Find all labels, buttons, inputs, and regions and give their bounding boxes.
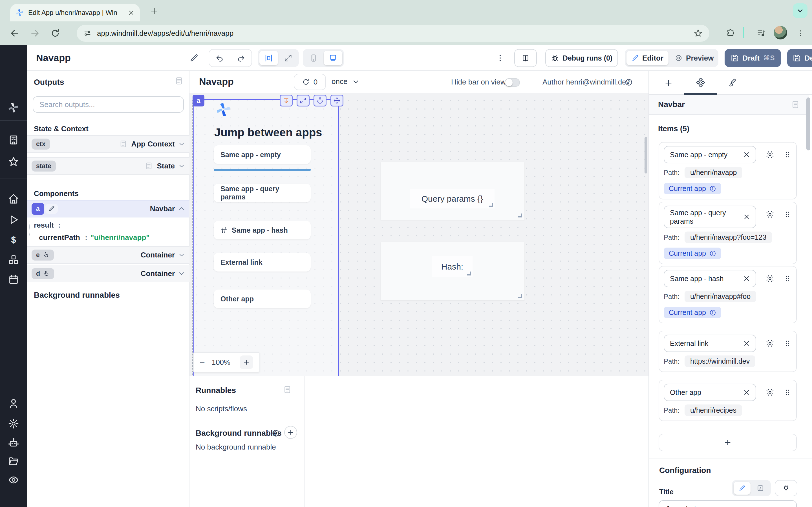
item-label-input[interactable]: Other app bbox=[664, 384, 756, 401]
component-settings-tab-icon[interactable] bbox=[696, 78, 705, 87]
audit-eye-icon[interactable] bbox=[8, 474, 19, 486]
component-d-badge[interactable]: d bbox=[32, 268, 54, 279]
clear-icon[interactable] bbox=[743, 151, 750, 158]
clear-icon[interactable] bbox=[743, 340, 750, 347]
canvas-scrollbar[interactable] bbox=[645, 137, 647, 173]
nav-item-external-link[interactable]: External link bbox=[214, 253, 311, 272]
run-mode-dropdown[interactable]: once bbox=[332, 77, 359, 86]
resize-handle[interactable] bbox=[518, 214, 522, 217]
resize-handle[interactable] bbox=[518, 294, 522, 298]
state-badge[interactable]: state bbox=[32, 161, 56, 172]
connect-plug-button[interactable] bbox=[775, 480, 797, 496]
container-e-row[interactable]: e Container bbox=[27, 246, 190, 264]
chevron-down-icon[interactable] bbox=[178, 163, 185, 169]
add-bg-runnable-button[interactable] bbox=[284, 426, 297, 439]
preview-tab[interactable]: Preview bbox=[670, 51, 719, 65]
settings-gear-icon[interactable] bbox=[8, 418, 19, 429]
nav-item-other-app[interactable]: Other app bbox=[214, 290, 311, 308]
item-label-input[interactable]: Same app - query params bbox=[664, 206, 756, 228]
user-icon[interactable] bbox=[8, 398, 19, 409]
author-info-icon[interactable] bbox=[625, 78, 633, 86]
window-scrollbar[interactable] bbox=[806, 98, 810, 151]
ctx-row[interactable]: ctx App Context bbox=[27, 135, 190, 153]
clear-icon[interactable] bbox=[743, 389, 750, 396]
chevron-down-icon[interactable] bbox=[178, 251, 185, 258]
query-params-text-box[interactable]: Query params {} bbox=[410, 189, 495, 209]
nav-item-query-params[interactable]: Same app - query params bbox=[214, 184, 311, 202]
back-button[interactable] bbox=[7, 25, 22, 41]
runs-icon[interactable] bbox=[8, 214, 19, 225]
item-label-input[interactable]: Same app - hash bbox=[664, 270, 756, 287]
url-bar[interactable]: app.windmill.dev/apps/edit/u/henri/navap… bbox=[77, 25, 709, 42]
ctx-badge[interactable]: ctx bbox=[32, 138, 50, 150]
browser-menu-icon[interactable] bbox=[793, 25, 809, 41]
app-canvas[interactable]: a Jump between apps Same app - empty Sam… bbox=[190, 93, 649, 376]
resources-icon[interactable] bbox=[8, 254, 19, 265]
tab-search-button[interactable] bbox=[793, 3, 808, 18]
panel-doc-icon[interactable] bbox=[175, 76, 183, 85]
drag-handle-icon[interactable] bbox=[784, 340, 791, 347]
info-icon[interactable] bbox=[709, 250, 716, 257]
item-path-chip[interactable]: https://windmill.dev bbox=[684, 355, 755, 367]
navbar-component-row[interactable]: a Navbar bbox=[27, 200, 190, 217]
item-label-input[interactable]: External link bbox=[664, 335, 756, 352]
refresh-count-button[interactable]: 0 bbox=[294, 74, 326, 90]
search-outputs-input[interactable] bbox=[33, 96, 184, 113]
variables-icon[interactable]: $ bbox=[8, 234, 19, 245]
item-path-chip[interactable]: u/henri/recipes bbox=[684, 404, 742, 416]
bookmark-star-icon[interactable] bbox=[694, 29, 703, 38]
zoom-out-button[interactable]: − bbox=[200, 357, 205, 368]
zoom-in-button[interactable] bbox=[240, 355, 253, 369]
fullsize-button[interactable] bbox=[297, 95, 310, 107]
panel-doc-icon[interactable] bbox=[283, 385, 292, 394]
favorites-star-icon[interactable] bbox=[8, 156, 19, 167]
info-icon[interactable] bbox=[709, 309, 716, 316]
desktop-view-button[interactable] bbox=[324, 51, 342, 65]
workers-robot-icon[interactable] bbox=[8, 437, 19, 448]
profile-avatar[interactable] bbox=[774, 26, 787, 40]
draft-button[interactable]: Draft ⌘S bbox=[725, 49, 781, 67]
info-icon[interactable] bbox=[709, 185, 716, 192]
panel-doc-icon[interactable] bbox=[791, 100, 800, 109]
clear-icon[interactable] bbox=[743, 275, 750, 282]
editor-tab[interactable]: Editor bbox=[626, 51, 668, 65]
add-navbar-item-button[interactable] bbox=[659, 434, 797, 451]
resize-handle[interactable] bbox=[489, 203, 493, 207]
hash-text-box[interactable]: Hash: bbox=[432, 256, 472, 277]
tab-close-icon[interactable] bbox=[128, 10, 134, 16]
result-row[interactable]: result : bbox=[34, 221, 61, 230]
url-text[interactable]: app.windmill.dev/apps/edit/u/henri/navap… bbox=[97, 29, 688, 38]
function-mode-button[interactable] bbox=[752, 482, 769, 495]
state-row[interactable]: state State bbox=[27, 157, 190, 175]
nav-item-hash[interactable]: Same app - hash bbox=[214, 221, 311, 239]
windmill-logo[interactable] bbox=[8, 102, 19, 113]
selected-component-tag[interactable]: a bbox=[193, 95, 204, 107]
component-a-badge[interactable]: a bbox=[32, 203, 44, 215]
rename-pencil-chip[interactable] bbox=[45, 204, 58, 214]
browser-tab[interactable]: Edit App u/henri/navapp | Win bbox=[10, 4, 140, 21]
schedules-icon[interactable] bbox=[8, 274, 19, 285]
new-tab-icon[interactable] bbox=[150, 7, 158, 15]
hash-container[interactable]: Hash: bbox=[380, 242, 524, 300]
deploy-button[interactable]: Deploy bbox=[787, 49, 812, 67]
item-path-chip[interactable]: u/henri/navapp#foo bbox=[684, 291, 756, 302]
static-mode-button[interactable] bbox=[733, 482, 751, 495]
drag-handle-icon[interactable] bbox=[784, 389, 791, 396]
info-icon[interactable] bbox=[272, 429, 280, 437]
more-options-kebab-icon[interactable] bbox=[496, 54, 504, 62]
drag-handle-icon[interactable] bbox=[784, 275, 791, 282]
full-width-layout-button[interactable] bbox=[279, 51, 297, 65]
title-value-input[interactable] bbox=[659, 500, 797, 507]
item-settings-gear-icon[interactable] bbox=[766, 388, 774, 397]
item-settings-gear-icon[interactable] bbox=[766, 151, 774, 159]
mobile-view-button[interactable] bbox=[305, 51, 322, 65]
chevron-down-icon[interactable] bbox=[178, 140, 185, 147]
theme-paintbrush-tab-icon[interactable] bbox=[728, 78, 738, 87]
query-params-container[interactable]: Query params {} bbox=[380, 162, 524, 220]
chevron-up-icon[interactable] bbox=[178, 205, 185, 212]
site-info-icon[interactable] bbox=[84, 29, 91, 37]
chevron-down-icon[interactable] bbox=[178, 270, 185, 277]
item-path-chip[interactable]: u/henri/navapp bbox=[684, 167, 742, 178]
home-icon[interactable] bbox=[8, 193, 19, 205]
redo-button[interactable] bbox=[231, 54, 252, 62]
